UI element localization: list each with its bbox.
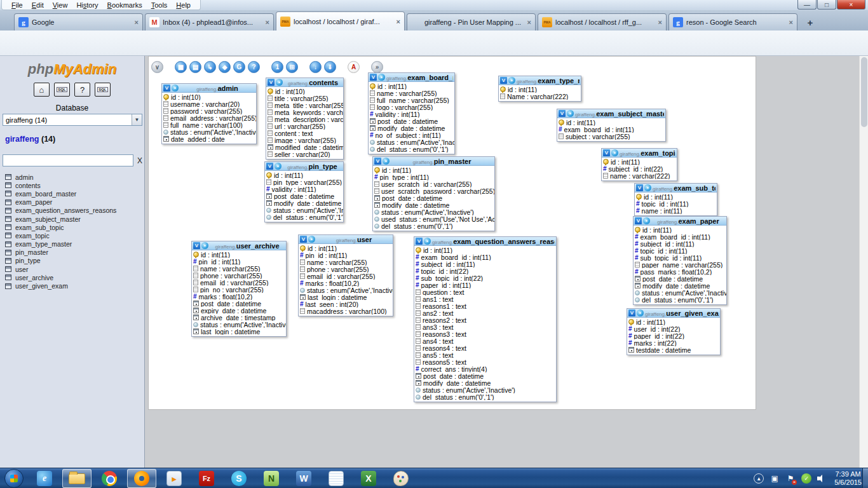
sidebar-table-exam_topic[interactable]: exam_topic: [5, 231, 142, 240]
designer-table-field[interactable]: date_added : date: [162, 135, 256, 142]
designer-table-exam_subject_master[interactable]: Vgiraffeng.exam_subject_masterid : int(1…: [557, 109, 666, 142]
sql-window-icon[interactable]: SQL: [54, 83, 70, 97]
designer-table-field[interactable]: #subject_id : int(22): [602, 165, 677, 172]
table-options-icon[interactable]: [643, 217, 650, 224]
designer-table-user[interactable]: Vgiraffeng.userid : int(11)#pin_id : int…: [298, 234, 393, 316]
toggle-columns-button[interactable]: V: [374, 158, 381, 165]
designer-table-field[interactable]: post_date : datetime: [373, 194, 494, 201]
ie-taskbar-button[interactable]: e: [30, 469, 59, 488]
designer-table-field[interactable]: last_login : datetime: [192, 328, 286, 335]
designer-table-exam_sub_topic[interactable]: Vgiraffeng.exam_sub_topicid : int(11)#to…: [634, 183, 717, 216]
table-header[interactable]: Vgiraffeng.contents: [266, 78, 343, 87]
tab-close-icon[interactable]: ×: [527, 18, 531, 26]
table-list-icon[interactable]: ▤: [189, 61, 201, 73]
sidebar-table-exam_type_master[interactable]: exam_type_master: [5, 240, 142, 248]
designer-table-field[interactable]: id : int(11): [557, 119, 665, 126]
database-link[interactable]: giraffeng (14): [5, 135, 55, 144]
designer-table-exam_paper[interactable]: Vgiraffeng.exam_paperid : int(11)#exam_b…: [633, 216, 727, 305]
designer-table-field[interactable]: used_status : enum('Use','Not Use','Acti…: [373, 215, 494, 222]
designer-table-field[interactable]: name : varchar(255): [369, 90, 454, 97]
sidebar-table-exam_board_master[interactable]: exam_board_master: [5, 189, 142, 198]
phpmyadmin-logo[interactable]: phpMyAdmin: [0, 61, 144, 78]
designer-table-field[interactable]: #validity : int(11): [369, 111, 454, 118]
tab-2[interactable]: MInbox (4) - phplead1@infos...×: [145, 13, 274, 30]
table-header[interactable]: Vgiraffeng.admin: [162, 84, 256, 93]
menu-help[interactable]: Help: [172, 1, 195, 9]
designer-table-field[interactable]: macaddress : varchar(100): [299, 308, 393, 315]
designer-table-field[interactable]: #subject_id : int(11): [414, 261, 556, 268]
designer-table-field[interactable]: #pin_id : int(11): [192, 258, 286, 265]
table-header[interactable]: Vgiraffeng.pin_master: [373, 157, 494, 166]
designer-table-pin_master[interactable]: Vgiraffeng.pin_masterid : int(11)#pin_ty…: [372, 156, 495, 231]
designer-table-field[interactable]: #marks : float(10,2): [299, 280, 393, 287]
table-header[interactable]: Vgiraffeng.exam_question_answers_reasons: [414, 237, 556, 246]
designer-table-field[interactable]: #sub_topic_id : int(22): [414, 274, 556, 281]
designer-table-field[interactable]: full_name : varchar(100): [162, 121, 256, 128]
action-center-flag-icon[interactable]: ⚑: [785, 473, 796, 484]
designer-table-field[interactable]: id : int(11): [373, 166, 494, 173]
designer-table-field[interactable]: del_status : enum('0','1'): [634, 296, 726, 303]
sidebar-table-pin_master[interactable]: pin_master: [5, 248, 142, 257]
table-options-icon[interactable]: [275, 163, 281, 170]
save-position-icon[interactable]: ▦: [175, 61, 187, 73]
designer-table-field[interactable]: status : enum('Active','Inactive'): [373, 208, 494, 215]
minimize-button[interactable]: —: [797, 0, 817, 10]
volume-icon[interactable]: [817, 474, 826, 483]
designer-table-field[interactable]: #pin_id : int(11): [299, 252, 393, 259]
sidebar-table-contents[interactable]: contents: [5, 181, 142, 189]
designer-table-field[interactable]: status : enum('Active','Inactive'): [369, 139, 454, 146]
designer-table-user_archive[interactable]: Vgiraffeng.user_archiveid : int(11)#pin_…: [191, 241, 287, 337]
tab-close-icon[interactable]: ×: [789, 18, 793, 26]
table-options-icon[interactable]: [424, 238, 431, 245]
table-options-icon[interactable]: [276, 79, 283, 86]
designer-table-field[interactable]: modify_date : datetime: [265, 200, 343, 207]
designer-table-field[interactable]: subject : varchar(255): [557, 133, 665, 140]
designer-table-field[interactable]: del_status : enum('0','1'): [414, 393, 556, 400]
toggle-columns-button[interactable]: V: [416, 238, 423, 245]
designer-table-field[interactable]: status : enum('Active','Inactive'): [265, 207, 343, 214]
designer-table-field[interactable]: status : enum('Active','Inactive'): [634, 289, 726, 296]
designer-table-field[interactable]: content : text: [266, 130, 343, 137]
table-header[interactable]: Vgiraffeng.exam_topic: [602, 149, 677, 158]
designer-table-field[interactable]: last_login : datetime: [299, 294, 393, 301]
designer-table-field[interactable]: modify_date : datetime: [373, 201, 494, 208]
sidebar-table-pin_type[interactable]: pin_type: [5, 257, 142, 265]
tab-close-icon[interactable]: ×: [658, 18, 662, 26]
menu-view[interactable]: View: [48, 1, 72, 9]
designer-table-field[interactable]: post_date : datetime: [369, 118, 454, 125]
home-icon[interactable]: ⌂: [34, 83, 50, 97]
designer-table-field[interactable]: #sub_topic_id : int(11): [634, 254, 726, 261]
chrome-taskbar-button[interactable]: [95, 469, 124, 488]
table-filter-input[interactable]: [3, 154, 133, 166]
designer-table-field[interactable]: #name : int(11): [635, 207, 717, 214]
designer-table-field[interactable]: del_status : enum('0','1'): [265, 214, 343, 220]
designer-table-field[interactable]: phone : varchar(255): [299, 266, 393, 273]
designer-table-field[interactable]: post_date : datetime: [192, 300, 286, 307]
designer-table-field[interactable]: #correct_ans : tinyint(4): [414, 365, 556, 372]
designer-table-contents[interactable]: Vgiraffeng.contentsid : int(10)title : v…: [266, 78, 344, 159]
designer-table-field[interactable]: del_status : enum('0','1'): [369, 146, 454, 152]
designer-table-field[interactable]: del_status : enum('0','1'): [373, 222, 494, 229]
create-relation-icon[interactable]: ↳: [204, 61, 216, 73]
table-options-icon[interactable]: [611, 149, 618, 156]
toggle-columns-button[interactable]: V: [603, 149, 610, 156]
designer-table-field[interactable]: name : varchar(222): [602, 172, 677, 179]
designer-table-field[interactable]: username : varchar(20): [162, 100, 256, 107]
designer-table-field[interactable]: ans5 : text: [414, 351, 556, 358]
table-header[interactable]: Vgiraffeng.user_given_exam: [627, 309, 720, 318]
designer-table-field[interactable]: ans2 : text: [414, 309, 556, 316]
designer-table-field[interactable]: id : int(11): [635, 193, 717, 200]
designer-table-field[interactable]: expiry_date : datetime: [192, 307, 286, 314]
toggle-columns-button[interactable]: V: [636, 184, 643, 191]
designer-table-field[interactable]: id : int(10): [266, 88, 343, 95]
menu-history[interactable]: History: [72, 1, 102, 9]
small-big-all-icon[interactable]: ↓: [309, 61, 322, 73]
firefox-taskbar-button[interactable]: [127, 469, 156, 488]
designer-table-field[interactable]: post_date : datetime: [414, 372, 556, 379]
designer-table-field[interactable]: id : int(11): [602, 158, 677, 165]
designer-table-field[interactable]: #marks : float(10,2): [192, 293, 286, 300]
designer-table-field[interactable]: #exam_board_id : int(11): [557, 126, 665, 133]
table-options-icon[interactable]: [644, 184, 651, 191]
angular-links-icon[interactable]: 1: [271, 61, 283, 73]
designer-table-admin[interactable]: Vgiraffeng.adminid : int(10)username : v…: [161, 83, 257, 144]
